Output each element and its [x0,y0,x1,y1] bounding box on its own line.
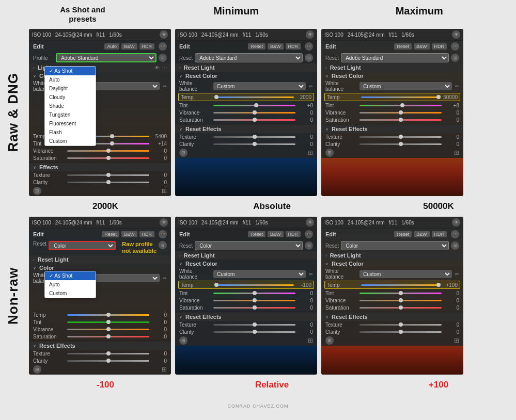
saturation-thumb-1[interactable] [106,156,111,160]
saturation-slider-6[interactable] [359,304,442,311]
eyedropper-1[interactable]: ✏ [163,84,167,89]
light-eye-1[interactable]: 👁 [154,65,160,71]
panel-icon-2[interactable]: ⊞ [179,149,187,157]
profile-select-4[interactable]: Color [49,241,116,250]
dropdown-fluorescent-1[interactable]: Fluorescent [45,119,96,128]
clarity-thumb-5[interactable] [253,330,257,334]
texture-slider-3[interactable] [359,134,442,140]
menu-icon-5[interactable]: ⋯ [305,230,313,238]
wb-select-5[interactable]: Custom [213,270,306,278]
grid-icon-5[interactable]: ⊞ [308,337,313,344]
hdr-btn-3[interactable]: HDR [432,43,447,50]
temp-thumb-3[interactable] [436,95,441,99]
dropdown-shade-1[interactable]: Shade [45,102,96,110]
tint-thumb-3[interactable] [400,103,404,107]
dropdown-daylight-1[interactable]: Daylight [45,84,96,93]
tint-thumb-5[interactable] [253,291,257,295]
texture-slider-1[interactable] [67,172,149,178]
clarity-thumb-3[interactable] [399,142,403,146]
vibrance-thumb-6[interactable] [399,298,403,302]
vibrance-thumb-4[interactable] [106,327,111,331]
vibrance-slider-1[interactable] [67,148,149,154]
clarity-slider-3[interactable] [359,141,442,147]
eye-topbar-3[interactable]: 👁 [452,30,460,39]
saturation-slider-1[interactable] [67,155,149,161]
clarity-thumb-1[interactable] [106,180,111,184]
profile-select-5[interactable]: Color [195,241,303,250]
texture-thumb-4[interactable] [106,351,111,356]
saturation-thumb-6[interactable] [399,305,403,310]
saturation-thumb-3[interactable] [399,118,403,122]
baw-btn-1[interactable]: B&W [121,43,137,50]
baw-btn-6[interactable]: B&W [414,231,430,237]
panel-icon-5[interactable]: ⊞ [179,336,187,345]
hdr-btn-6[interactable]: HDR [432,231,447,237]
temp-slider-5[interactable] [215,282,294,288]
clarity-slider-1[interactable] [67,179,149,185]
eyedropper-4[interactable]: ✏ [163,276,167,281]
temp-slider-3[interactable] [361,94,440,100]
temp-slider-2[interactable] [215,94,294,100]
texture-slider-4[interactable] [67,350,149,357]
vibrance-slider-4[interactable] [67,326,149,332]
dropdown-flash-1[interactable]: Flash [45,128,96,137]
eyedropper-6[interactable]: ✏ [455,271,459,277]
clarity-thumb-4[interactable] [106,359,111,363]
light-more-1[interactable]: ⋯ [162,65,167,71]
eye-icon-topbar-1[interactable]: 👁 [160,30,168,39]
grid-icon-4[interactable]: ⊞ [162,366,167,373]
clarity-slider-2[interactable] [213,141,295,147]
clarity-slider-6[interactable] [359,329,442,335]
dropdown-custom-4[interactable]: Custom [45,289,96,298]
dropdown-auto-1[interactable]: Auto [45,75,96,84]
dropdown-auto-4[interactable]: Auto [45,280,96,289]
profile-select-6[interactable]: Color [341,241,449,250]
texture-slider-6[interactable] [359,321,442,328]
saturation-thumb-4[interactable] [106,334,111,338]
dropdown-custom-1[interactable]: Custom [45,137,96,146]
profile-icon-5[interactable]: ⊞ [305,241,313,250]
menu-icon-2[interactable]: ⋯ [305,42,313,51]
profile-icon-4[interactable]: ⊞ [159,241,167,249]
auto-btn-1[interactable]: Auto [104,43,119,50]
vibrance-thumb-3[interactable] [399,110,403,115]
eye-topbar-2[interactable]: 👁 [306,30,314,39]
dropdown-asshot-1[interactable]: ✓ As Shot [45,67,96,75]
vibrance-slider-2[interactable] [213,109,295,116]
vibrance-thumb-2[interactable] [253,110,257,115]
panel-icon-3[interactable]: ⊞ [325,149,334,157]
panel-icon-4[interactable]: ⊞ [33,365,41,374]
panel-icon-1[interactable]: ⊞ [33,187,41,195]
menu-icon-6[interactable]: ⋯ [451,230,459,238]
temp-thumb-4[interactable] [106,313,111,317]
temp-thumb-1[interactable] [110,134,114,138]
hdr-btn-5[interactable]: HDR [286,231,301,237]
reset-btn-3[interactable]: Reset [394,43,412,50]
dropdown-tungsten-1[interactable]: Tungsten [45,110,96,119]
baw-btn-4[interactable]: B&W [121,231,137,237]
reset-btn-4[interactable]: Reset [102,231,119,237]
temp-thumb-5[interactable] [214,283,218,287]
clarity-thumb-2[interactable] [253,142,257,146]
vibrance-slider-6[interactable] [359,297,442,303]
saturation-slider-4[interactable] [67,333,149,340]
texture-thumb-3[interactable] [399,135,403,139]
eyedropper-5[interactable]: ✏ [309,271,313,277]
vibrance-thumb-1[interactable] [106,149,111,153]
profile-icon-6[interactable]: ⊞ [451,241,459,250]
eyedropper-2[interactable]: ✏ [309,84,313,89]
temp-thumb-6[interactable] [436,283,441,287]
vibrance-thumb-5[interactable] [253,298,257,302]
baw-btn-3[interactable]: B&W [414,43,430,50]
tint-slider-3[interactable] [359,102,442,108]
tint-thumb-2[interactable] [254,103,258,107]
clarity-slider-5[interactable] [213,329,295,335]
tint-slider-6[interactable] [359,290,442,296]
panel-icon-6[interactable]: ⊞ [325,336,334,345]
menu-icon-3[interactable]: ⋯ [451,42,459,51]
profile-select-3[interactable]: Adobe Standard [341,53,449,62]
texture-thumb-2[interactable] [253,135,257,139]
texture-slider-5[interactable] [213,321,295,328]
baw-btn-2[interactable]: B&W [268,43,284,50]
wb-select-6[interactable]: Custom [359,270,452,278]
